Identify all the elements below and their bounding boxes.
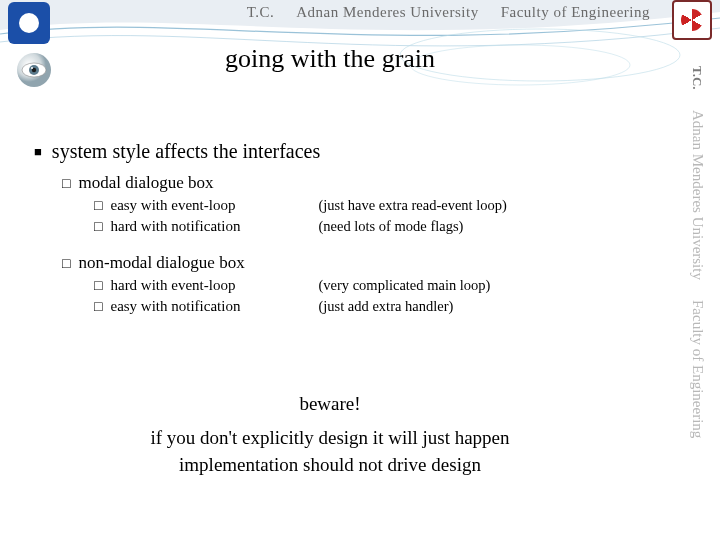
header-university: Adnan Menderes University [296,4,478,21]
bullet-open-icon [94,195,102,216]
bullet-open-icon [94,275,102,296]
item-text: hard with notification [110,216,310,236]
list-item: easy with notification (just add extra h… [94,296,660,317]
section-label: modal dialogue box [78,173,213,193]
main-heading: system style affects the interfaces [34,140,660,163]
list-item: easy with event-loop (just have extra re… [94,195,660,216]
item-note: (just add extra handler) [318,297,453,317]
list-item: hard with event-loop (very complicated m… [94,275,660,296]
sidebar-faculty: Faculty of Engineering [689,300,706,438]
item-text: hard with event-loop [110,275,310,295]
item-note: (need lots of mode flags) [318,217,463,237]
bullet-open-icon [94,296,102,317]
header-text: T.C. Adnan Menderes University Faculty o… [80,4,660,21]
section-heading: modal dialogue box [62,173,660,193]
list-item: hard with notification (need lots of mod… [94,216,660,237]
main-heading-text: system style affects the interfaces [52,140,320,163]
item-text: easy with event-loop [110,195,310,215]
footer-block: beware! if you don't explicitly design i… [0,390,660,479]
bullet-open-icon [94,216,102,237]
sidebar-tc: T.C. [689,66,705,90]
faculty-logo-icon [672,0,712,40]
sidebar-university: Adnan Menderes University [689,110,706,280]
header-tc: T.C. [247,4,275,21]
sidebar-watermark: T.C. Adnan Menderes University Faculty o… [674,60,720,520]
item-note: (very complicated main loop) [318,276,490,296]
header-bar: T.C. Adnan Menderes University Faculty o… [0,0,720,40]
slide-title: going with the grain [0,44,660,74]
footer-line1: if you don't explicitly design it will j… [0,424,660,452]
bullet-open-icon [62,173,70,193]
university-logo-icon [8,2,50,44]
header-faculty: Faculty of Engineering [501,4,650,21]
content-area: system style affects the interfaces moda… [34,140,660,317]
section-label: non-modal dialogue box [78,253,244,273]
bullet-open-icon [62,253,70,273]
bullet-filled-icon [34,140,42,163]
footer-beware: beware! [0,390,660,418]
item-text: easy with notification [110,296,310,316]
section-heading: non-modal dialogue box [62,253,660,273]
footer-line2: implementation should not drive design [0,451,660,479]
item-note: (just have extra read-event loop) [318,196,506,216]
